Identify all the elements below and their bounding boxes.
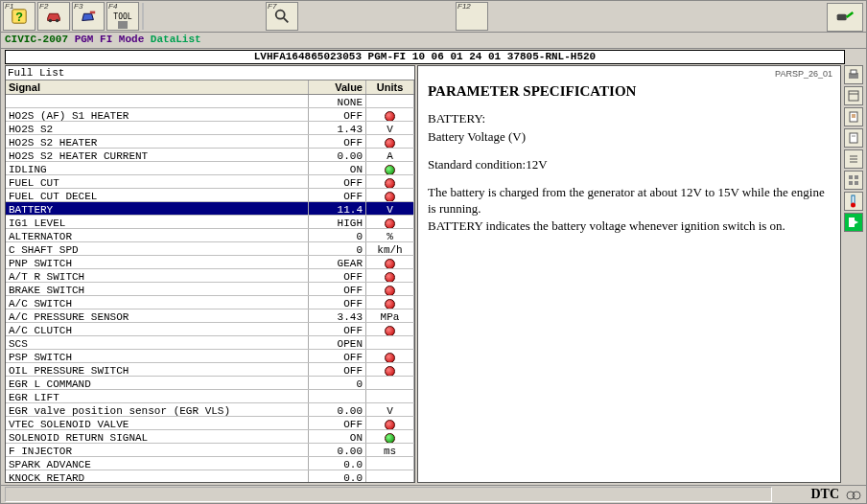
table-row[interactable]: BRAKE SWITCHOFF xyxy=(6,283,414,296)
status-dot-icon xyxy=(385,111,395,121)
svg-point-30 xyxy=(853,492,860,499)
status-dot-icon xyxy=(385,299,395,309)
f4-tool-button[interactable]: F4TOOL xyxy=(106,2,139,31)
top-toolbar: F1? F2 F3 F4TOOL F7 F12 xyxy=(1,1,866,33)
side-btn-2[interactable] xyxy=(844,86,863,105)
table-row[interactable]: SPARK ADVANCE0.0 xyxy=(6,457,414,470)
f2-car-button[interactable]: F2 xyxy=(37,2,70,31)
table-row[interactable]: A/C CLUTCHOFF xyxy=(6,323,414,336)
list-title: Full List xyxy=(6,66,414,80)
status-dot-icon xyxy=(385,165,395,174)
spec-title: PARAMETER SPECIFICATION xyxy=(428,83,831,100)
table-row[interactable]: ALTERNATOR0% xyxy=(6,229,414,242)
breadcrumb: CIVIC-2007 PGM FI Mode DataList xyxy=(1,33,866,49)
svg-rect-12 xyxy=(849,91,858,101)
table-row[interactable]: HO2S S2 HEATEROFF xyxy=(6,135,414,149)
exit-button[interactable] xyxy=(844,213,863,232)
side-btn-3[interactable] xyxy=(844,107,863,126)
svg-line-7 xyxy=(284,18,289,23)
table-row[interactable]: HO2S (AF) S1 HEATEROFF xyxy=(6,108,414,122)
svg-point-6 xyxy=(276,11,285,19)
side-btn-5[interactable] xyxy=(844,149,863,169)
table-row[interactable]: FUEL CUTOFF xyxy=(6,175,414,189)
table-row[interactable]: FUEL CUT DECELOFF xyxy=(6,189,414,202)
svg-line-9 xyxy=(847,12,854,17)
status-bar: DTC xyxy=(1,485,866,503)
svg-rect-8 xyxy=(837,14,847,21)
table-row[interactable]: SOLENOID RETURN SIGNALON xyxy=(6,430,414,444)
table-row[interactable]: EGR L COMMAND0 xyxy=(6,377,414,390)
svg-rect-25 xyxy=(855,181,858,185)
table-row[interactable]: A/C SWITCHOFF xyxy=(6,296,414,309)
status-dot-icon xyxy=(385,433,395,443)
svg-rect-28 xyxy=(849,218,855,227)
table-row[interactable]: NONE xyxy=(6,95,414,108)
spec-pane: PARSP_26_01 PARAMETER SPECIFICATION BATT… xyxy=(417,65,841,483)
table-row[interactable]: EGR LIFT xyxy=(6,390,414,403)
svg-point-27 xyxy=(851,203,855,208)
svg-point-2 xyxy=(49,19,53,23)
svg-rect-24 xyxy=(849,181,853,185)
status-dot-icon xyxy=(385,138,395,148)
table-row[interactable]: A/C PRESSURE SENSOR3.43MPa xyxy=(6,309,414,323)
table-row[interactable]: SCSOPEN xyxy=(6,336,414,350)
toolbar-divider xyxy=(142,3,155,30)
side-btn-4[interactable] xyxy=(844,128,863,148)
side-btn-6[interactable] xyxy=(844,171,863,190)
table-row[interactable]: OIL PRESSURE SWITCHOFF xyxy=(6,363,414,377)
status-dot-icon xyxy=(385,286,395,295)
status-dot-icon xyxy=(385,178,395,188)
svg-rect-17 xyxy=(850,133,857,143)
table-row[interactable]: C SHAFT SPD0km/h xyxy=(6,242,414,256)
status-dot-icon xyxy=(385,326,395,335)
svg-rect-11 xyxy=(851,70,856,74)
table-header: Signal Value Units xyxy=(6,80,414,95)
status-dot-icon xyxy=(385,420,395,429)
spec-tag: PARSP_26_01 xyxy=(775,69,832,79)
svg-rect-5 xyxy=(118,21,128,29)
table-row[interactable]: IDLINGON xyxy=(6,162,414,175)
table-row[interactable]: PSP SWITCHOFF xyxy=(6,350,414,363)
table-row[interactable]: KNOCK RETARD0.0 xyxy=(6,470,414,482)
signal-list-pane: Full List Signal Value Units NONEHO2S (A… xyxy=(5,65,415,483)
table-row[interactable]: F INJECTOR0.00ms xyxy=(6,444,414,457)
tray-icon[interactable] xyxy=(845,488,862,502)
table-row[interactable]: VTEC SOLENOID VALVEOFF xyxy=(6,417,414,430)
svg-rect-4 xyxy=(90,11,95,14)
status-dot-icon xyxy=(385,218,395,228)
svg-text:?: ? xyxy=(15,11,23,24)
status-dot-icon xyxy=(385,272,395,282)
status-dot-icon xyxy=(385,353,395,362)
svg-rect-23 xyxy=(855,175,858,179)
f12-button[interactable]: F12 xyxy=(456,2,488,31)
table-row[interactable]: HO2S S2 HEATER CURRENT0.00A xyxy=(6,149,414,162)
f1-help-button[interactable]: F1? xyxy=(3,2,35,31)
status-dot-icon xyxy=(385,259,395,268)
connector-button[interactable] xyxy=(827,3,863,32)
vin-header: LVHFA164865023053 PGM-FI 10 06 01 24 01 … xyxy=(5,50,845,64)
status-dot-icon xyxy=(385,192,395,201)
dtc-label[interactable]: DTC xyxy=(810,487,839,502)
table-row[interactable]: HO2S S21.43V xyxy=(6,122,414,135)
table-row[interactable]: EGR valve position sensor (EGR VLS)0.00V xyxy=(6,403,414,417)
print-button[interactable] xyxy=(844,65,863,84)
table-row[interactable]: IG1 LEVELHIGH xyxy=(6,216,414,229)
table-body[interactable]: NONEHO2S (AF) S1 HEATEROFFHO2S S21.43VHO… xyxy=(6,95,414,482)
table-row[interactable]: BATTERY11.4V xyxy=(6,202,414,216)
side-toolbar xyxy=(843,65,864,483)
f3-tool-button[interactable]: F3 xyxy=(72,2,105,31)
temperature-button[interactable] xyxy=(844,192,863,211)
svg-point-3 xyxy=(56,19,59,23)
svg-rect-22 xyxy=(849,175,853,179)
table-row[interactable]: A/T R SWITCHOFF xyxy=(6,269,414,283)
status-dot-icon xyxy=(385,366,395,376)
f7-search-button[interactable]: F7 xyxy=(266,2,298,31)
table-row[interactable]: PNP SWITCHGEAR xyxy=(6,256,414,269)
